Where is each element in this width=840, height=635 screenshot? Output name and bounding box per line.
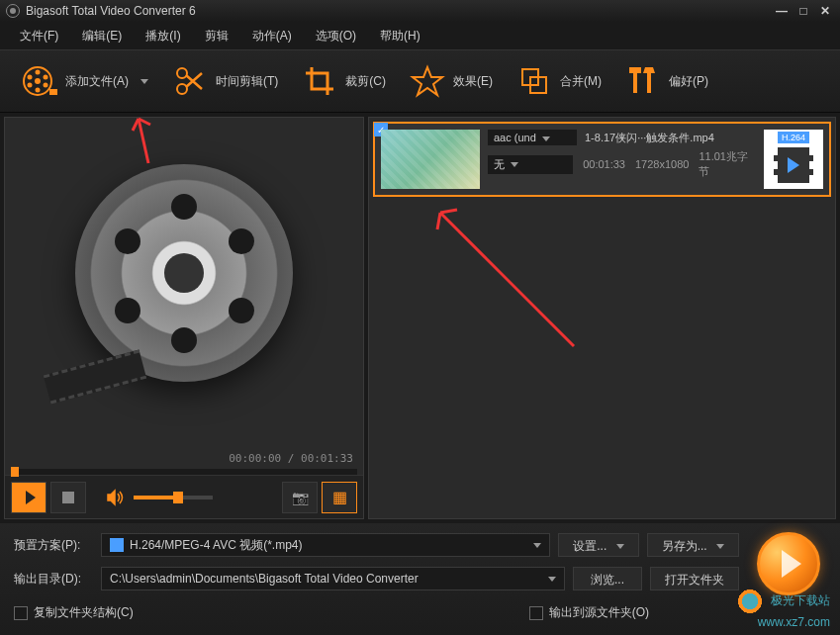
file-size: 11.01兆字节 [699,149,756,179]
menu-option[interactable]: 选项(O) [310,26,362,46]
preview-area [5,118,363,448]
format-badge: H.264 [778,132,809,143]
volume-handle[interactable] [173,492,183,503]
crop-icon [302,63,337,99]
svg-point-10 [177,84,187,94]
svg-point-1 [35,78,41,84]
output-source-checkbox[interactable]: 输出到源文件夹(O) [529,604,649,621]
crop-label: 裁剪(C) [345,73,386,90]
play-button[interactable] [11,482,47,513]
svg-point-7 [28,75,33,80]
preset-label: 预置方案(P): [14,537,93,554]
output-label: 输出目录(D): [14,571,93,588]
file-thumbnail [381,130,480,189]
scissors-icon [172,63,208,99]
file-resolution: 1728x1080 [635,158,689,170]
volume-icon[interactable] [100,483,130,512]
preset-select[interactable]: H.264/MPEG-4 AVC 视频(*.mp4) [101,533,550,557]
file-item[interactable]: ✓ aac (und 1-8.17侠闪···触发条件.mp4 无 00:01:3… [373,122,831,197]
watermark-url: www.xz7.com [758,615,830,629]
menu-play[interactable]: 播放(I) [140,26,186,46]
stop-button[interactable] [50,482,86,513]
effect-label: 效果(E) [453,73,493,90]
format-icon [774,147,813,183]
menu-help[interactable]: 帮助(H) [374,26,426,46]
svg-point-2 [36,70,41,75]
file-duration: 00:01:33 [583,158,625,170]
open-folder-button[interactable]: 打开文件夹 [650,567,739,590]
merge-label: 合并(M) [560,73,602,90]
svg-rect-8 [49,89,57,95]
chevron-down-icon [533,543,541,548]
merge-button[interactable]: 合并(M) [505,63,613,99]
subtitle-select[interactable]: 无 [488,155,573,174]
merge-icon [516,63,552,99]
menu-edit[interactable]: 编辑(E) [76,26,128,46]
snapshot-button[interactable] [282,482,318,513]
toolbar: 添加文件(A) 时间剪辑(T) 裁剪(C) 效果(E) 合并(M) [0,49,840,113]
star-icon [410,63,445,99]
menubar: 文件(F) 编辑(E) 播放(I) 剪辑 动作(A) 选项(O) 帮助(H) [0,22,840,49]
output-path-value: C:\Users\admin\Documents\Bigasoft Total … [110,572,419,586]
svg-point-6 [28,83,33,88]
menu-trim[interactable]: 剪辑 [199,26,234,46]
svg-rect-15 [647,73,651,93]
preview-pane: 00:00:00 / 00:01:33 [4,117,364,519]
output-format-indicator[interactable]: H.264 [764,130,823,189]
seek-handle[interactable] [11,467,19,477]
svg-point-5 [36,88,41,93]
effect-button[interactable]: 效果(E) [398,63,505,99]
watermark-logo-icon [736,588,764,615]
chevron-down-icon [140,79,148,84]
svg-point-3 [44,75,48,80]
save-as-button[interactable]: 另存为... [647,533,739,557]
tools-icon [625,63,661,99]
close-button[interactable]: ✕ [816,4,834,18]
output-source-label: 输出到源文件夹(O) [549,604,649,621]
titlebar: Bigasoft Total Video Converter 6 — □ ✕ [0,0,840,22]
audio-track-select[interactable]: aac (und [488,130,577,145]
preset-icon [110,538,124,552]
file-list-pane: ✓ aac (und 1-8.17侠闪···触发条件.mp4 无 00:01:3… [368,117,836,519]
filmstrip-button[interactable] [322,482,357,513]
convert-button[interactable] [757,532,820,595]
add-file-label: 添加文件(A) [65,73,129,90]
checkbox-icon [14,606,28,620]
browse-button[interactable]: 浏览... [573,567,642,590]
watermark-name: 极光下载站 [771,593,830,607]
minimize-button[interactable]: — [773,4,791,18]
preset-value: H.264/MPEG-4 AVC 视频(*.mp4) [130,537,303,554]
menu-action[interactable]: 动作(A) [246,26,298,46]
trim-button[interactable]: 时间剪辑(T) [160,63,290,99]
watermark: 极光下载站 www.xz7.com [736,588,830,629]
copy-structure-checkbox[interactable]: 复制文件夹结构(C) [14,604,134,621]
preferences-label: 偏好(P) [669,73,708,90]
time-display: 00:00:00 / 00:01:33 [5,448,363,469]
file-name: 1-8.17侠闪···触发条件.mp4 [585,131,714,145]
window-title: Bigasoft Total Video Converter 6 [26,4,773,18]
preferences-button[interactable]: 偏好(P) [613,63,720,99]
menu-file[interactable]: 文件(F) [14,26,64,46]
seek-bar[interactable] [11,469,357,475]
film-reel-icon [22,63,57,99]
svg-point-4 [44,83,48,88]
maximize-button[interactable]: □ [794,4,812,18]
checkbox-icon [529,606,543,620]
settings-button[interactable]: 设置... [558,533,638,557]
film-reel-graphic [55,154,313,411]
chevron-down-icon [548,577,556,582]
svg-point-9 [177,68,187,78]
svg-rect-14 [629,67,641,73]
crop-button[interactable]: 裁剪(C) [290,63,398,99]
add-file-button[interactable]: 添加文件(A) [10,63,160,99]
output-path-input[interactable]: C:\Users\admin\Documents\Bigasoft Total … [101,567,565,590]
trim-label: 时间剪辑(T) [216,73,278,90]
bottom-panel: 预置方案(P): H.264/MPEG-4 AVC 视频(*.mp4) 设置..… [0,523,840,635]
copy-structure-label: 复制文件夹结构(C) [34,604,134,621]
player-controls [5,475,363,518]
app-icon [6,4,20,18]
volume-slider[interactable] [134,496,213,499]
